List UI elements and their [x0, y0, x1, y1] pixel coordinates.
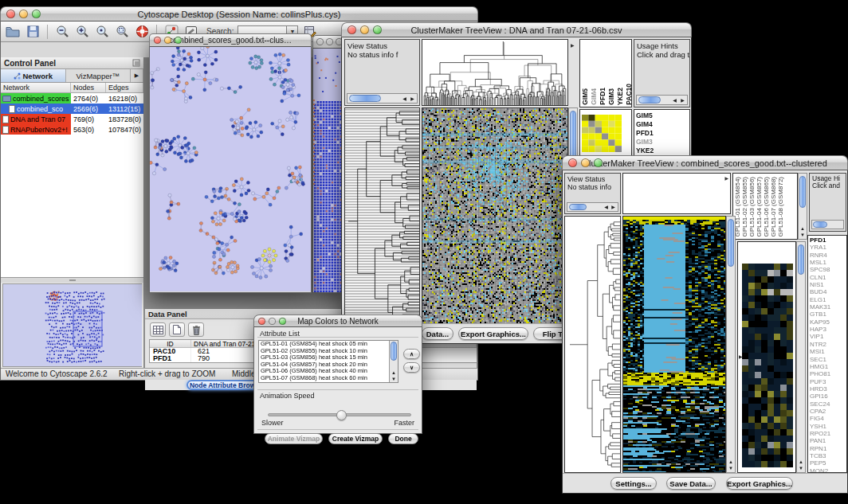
- done-button[interactable]: Done: [388, 433, 418, 444]
- zoom-button[interactable]: [373, 25, 382, 34]
- gene-label[interactable]: SPC98: [808, 266, 846, 273]
- slider-thumb[interactable]: [336, 410, 347, 420]
- gene-label[interactable]: PEP5: [808, 459, 846, 467]
- float-panel-icon[interactable]: [132, 59, 140, 67]
- close-button[interactable]: [568, 158, 577, 167]
- gene-label[interactable]: PFD1: [808, 236, 846, 244]
- gene-label[interactable]: HRD3: [808, 385, 846, 393]
- gene-label[interactable]: VIP1: [808, 333, 846, 340]
- delete-attribute-icon[interactable]: [188, 322, 204, 337]
- create-vizmap-button[interactable]: Create Vizmap: [328, 433, 383, 444]
- birdseye-canvas[interactable]: [3, 284, 142, 366]
- scroll-down-arrow[interactable]: ▼: [797, 466, 805, 471]
- scroll-left-arrow[interactable]: ◀: [671, 96, 678, 105]
- gene-label[interactable]: SEC24: [808, 400, 846, 408]
- zoom-fit-icon[interactable]: [114, 24, 130, 40]
- gene-label[interactable]: RPO21: [808, 430, 846, 437]
- gene-label[interactable]: FIG4: [808, 415, 846, 422]
- horizontal-scrollbar[interactable]: ◀ ▶: [567, 202, 618, 212]
- zoom-in-icon[interactable]: [74, 24, 90, 40]
- panel-splitter[interactable]: [1, 278, 143, 283]
- gene-label[interactable]: RPN1: [808, 445, 846, 452]
- gene-label[interactable]: YRA1: [808, 244, 846, 251]
- dialog-titlebar[interactable]: Map Colors to Network: [253, 315, 422, 327]
- tv2-subheatmap-canvas[interactable]: [742, 264, 793, 467]
- more-tabs-button[interactable]: ▶: [131, 69, 143, 82]
- vertical-scrollbar[interactable]: ▲ ▼: [796, 241, 806, 473]
- gene-label[interactable]: PHO81: [808, 370, 846, 377]
- gene-label[interactable]: GTB1: [808, 311, 846, 318]
- gene-label[interactable]: TCB3: [808, 452, 846, 459]
- gene-label[interactable]: PUF3: [808, 378, 846, 385]
- gene-label[interactable]: PAN1: [808, 437, 846, 444]
- horizontal-scrollbar[interactable]: ◀ ▶: [636, 95, 688, 105]
- open-file-button[interactable]: [5, 24, 21, 40]
- zoom-button[interactable]: [32, 10, 41, 18]
- network-view-titlebar[interactable]: combined_scores_good.txt--cluste...: [149, 33, 312, 47]
- save-data-button[interactable]: Save Data...: [666, 477, 716, 490]
- treeview1-titlebar[interactable]: ClusterMaker TreeView : DNA and Tran 07-…: [341, 22, 692, 37]
- gene-label[interactable]: CPA2: [808, 408, 846, 415]
- main-titlebar[interactable]: Cytoscape Desktop (Session Name: collins…: [0, 6, 478, 21]
- save-data-button[interactable]: Data...: [422, 327, 453, 340]
- network-row[interactable]: combined_scores 2764(0) 16218(0): [1, 93, 143, 104]
- minimize-button[interactable]: [581, 158, 590, 167]
- splitter-arrow-icon[interactable]: ▶: [724, 175, 728, 181]
- scroll-up-arrow[interactable]: ▲: [797, 459, 805, 465]
- gene-label[interactable]: MON2: [808, 467, 846, 473]
- scroll-left-arrow[interactable]: ◀: [401, 94, 408, 104]
- network-row[interactable]: DNA and Tran 07 769(0) 183728(0): [1, 114, 143, 124]
- minimize-button[interactable]: [269, 318, 276, 325]
- settings-button[interactable]: Settings...: [610, 477, 657, 490]
- splitter-arrow-icon[interactable]: ▶: [571, 42, 575, 48]
- scroll-down-arrow[interactable]: ▼: [390, 377, 398, 382]
- treeview2-titlebar[interactable]: ClusterMaker TreeView : combined_scores_…: [562, 155, 848, 170]
- move-up-button[interactable]: ∧: [403, 349, 420, 359]
- gene-label[interactable]: GIM5: [634, 111, 689, 120]
- gene-label[interactable]: NTR2: [808, 341, 846, 348]
- animation-speed-slider[interactable]: [268, 413, 411, 416]
- gene-label[interactable]: MSI1: [808, 348, 846, 355]
- close-button[interactable]: [258, 318, 265, 325]
- gene-label[interactable]: YKE2: [634, 147, 689, 155]
- save-button[interactable]: [25, 24, 41, 40]
- network-row-selected[interactable]: combined_sco 2569(6) 13112(15): [1, 104, 143, 114]
- horizontal-scrollbar[interactable]: [811, 220, 844, 229]
- vertical-scrollbar[interactable]: ▲ ▼: [726, 216, 736, 473]
- zoom-button[interactable]: [279, 318, 286, 325]
- close-button[interactable]: [347, 25, 356, 34]
- scroll-up-arrow[interactable]: ▲: [799, 226, 807, 232]
- zoom-button[interactable]: [594, 158, 603, 167]
- scroll-right-arrow[interactable]: ▶: [679, 96, 686, 105]
- tv1-top-dendrogram-canvas[interactable]: [422, 40, 567, 105]
- minimize-button[interactable]: [326, 38, 333, 45]
- gene-label[interactable]: YSH1: [808, 423, 846, 430]
- new-attribute-icon[interactable]: [169, 322, 185, 337]
- zoom-selected-icon[interactable]: [94, 24, 110, 40]
- tab-network[interactable]: Network: [1, 69, 66, 82]
- tv2-heatmap-canvas[interactable]: [623, 217, 725, 472]
- close-button[interactable]: [154, 37, 161, 44]
- gene-label[interactable]: PFD1: [634, 129, 689, 138]
- network-row[interactable]: RNAPuberNov2+! 563(0) 107847(0): [1, 124, 143, 135]
- tv1-heatmap-canvas[interactable]: [422, 108, 567, 323]
- scroll-up-arrow[interactable]: ▲: [727, 459, 735, 465]
- close-button[interactable]: [316, 38, 324, 45]
- vertical-scrollbar[interactable]: ▲ ▼: [798, 173, 807, 240]
- attribute-item[interactable]: GPL51-07 (GSM868) heat shock 60 min: [259, 375, 398, 382]
- gene-label[interactable]: SEC1: [808, 356, 846, 363]
- network-canvas[interactable]: [150, 47, 311, 291]
- tv2-left-dendrogram-canvas[interactable]: [565, 217, 620, 472]
- select-attributes-icon[interactable]: [150, 322, 166, 337]
- minimize-button[interactable]: [19, 10, 28, 18]
- gene-label[interactable]: ELG1: [808, 296, 846, 303]
- gene-label[interactable]: GIM3: [634, 138, 689, 147]
- gene-label[interactable]: CLN1: [808, 274, 846, 281]
- scroll-down-arrow[interactable]: ▼: [727, 466, 735, 471]
- animate-vizmap-button[interactable]: Animate Vizmap: [265, 433, 323, 444]
- gene-label[interactable]: HAP3: [808, 326, 846, 333]
- scroll-right-arrow[interactable]: ▶: [409, 94, 416, 104]
- move-down-button[interactable]: ∨: [403, 362, 420, 373]
- export-graphics-button[interactable]: Export Graphics...: [458, 327, 528, 340]
- gene-label[interactable]: NIS1: [808, 281, 846, 288]
